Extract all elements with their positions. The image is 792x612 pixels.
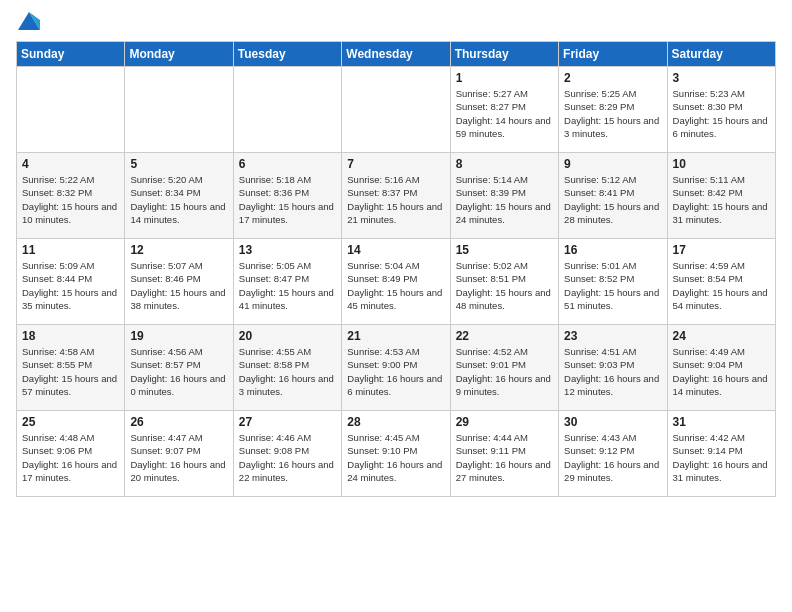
- day-cell: 30Sunrise: 4:43 AM Sunset: 9:12 PM Dayli…: [559, 411, 667, 497]
- day-info: Sunrise: 4:56 AM Sunset: 8:57 PM Dayligh…: [130, 345, 227, 398]
- header-row: SundayMondayTuesdayWednesdayThursdayFrid…: [17, 42, 776, 67]
- day-cell: [125, 67, 233, 153]
- day-number: 14: [347, 243, 444, 257]
- col-header-saturday: Saturday: [667, 42, 775, 67]
- day-cell: 26Sunrise: 4:47 AM Sunset: 9:07 PM Dayli…: [125, 411, 233, 497]
- day-cell: 31Sunrise: 4:42 AM Sunset: 9:14 PM Dayli…: [667, 411, 775, 497]
- week-row-5: 25Sunrise: 4:48 AM Sunset: 9:06 PM Dayli…: [17, 411, 776, 497]
- day-info: Sunrise: 5:12 AM Sunset: 8:41 PM Dayligh…: [564, 173, 661, 226]
- day-number: 18: [22, 329, 119, 343]
- day-cell: 10Sunrise: 5:11 AM Sunset: 8:42 PM Dayli…: [667, 153, 775, 239]
- day-number: 7: [347, 157, 444, 171]
- col-header-monday: Monday: [125, 42, 233, 67]
- day-number: 3: [673, 71, 770, 85]
- day-number: 16: [564, 243, 661, 257]
- day-info: Sunrise: 5:23 AM Sunset: 8:30 PM Dayligh…: [673, 87, 770, 140]
- day-cell: 7Sunrise: 5:16 AM Sunset: 8:37 PM Daylig…: [342, 153, 450, 239]
- day-number: 20: [239, 329, 336, 343]
- logo: [16, 12, 40, 35]
- day-info: Sunrise: 5:25 AM Sunset: 8:29 PM Dayligh…: [564, 87, 661, 140]
- day-number: 11: [22, 243, 119, 257]
- day-cell: 18Sunrise: 4:58 AM Sunset: 8:55 PM Dayli…: [17, 325, 125, 411]
- day-cell: 17Sunrise: 4:59 AM Sunset: 8:54 PM Dayli…: [667, 239, 775, 325]
- day-info: Sunrise: 5:09 AM Sunset: 8:44 PM Dayligh…: [22, 259, 119, 312]
- day-info: Sunrise: 5:07 AM Sunset: 8:46 PM Dayligh…: [130, 259, 227, 312]
- day-info: Sunrise: 5:01 AM Sunset: 8:52 PM Dayligh…: [564, 259, 661, 312]
- day-info: Sunrise: 5:14 AM Sunset: 8:39 PM Dayligh…: [456, 173, 553, 226]
- day-cell: 14Sunrise: 5:04 AM Sunset: 8:49 PM Dayli…: [342, 239, 450, 325]
- day-number: 31: [673, 415, 770, 429]
- col-header-friday: Friday: [559, 42, 667, 67]
- day-info: Sunrise: 4:42 AM Sunset: 9:14 PM Dayligh…: [673, 431, 770, 484]
- day-number: 12: [130, 243, 227, 257]
- day-cell: 4Sunrise: 5:22 AM Sunset: 8:32 PM Daylig…: [17, 153, 125, 239]
- day-cell: 1Sunrise: 5:27 AM Sunset: 8:27 PM Daylig…: [450, 67, 558, 153]
- day-info: Sunrise: 4:49 AM Sunset: 9:04 PM Dayligh…: [673, 345, 770, 398]
- day-info: Sunrise: 4:46 AM Sunset: 9:08 PM Dayligh…: [239, 431, 336, 484]
- col-header-tuesday: Tuesday: [233, 42, 341, 67]
- day-cell: 15Sunrise: 5:02 AM Sunset: 8:51 PM Dayli…: [450, 239, 558, 325]
- day-number: 1: [456, 71, 553, 85]
- week-row-1: 1Sunrise: 5:27 AM Sunset: 8:27 PM Daylig…: [17, 67, 776, 153]
- day-cell: 28Sunrise: 4:45 AM Sunset: 9:10 PM Dayli…: [342, 411, 450, 497]
- day-info: Sunrise: 5:11 AM Sunset: 8:42 PM Dayligh…: [673, 173, 770, 226]
- day-number: 17: [673, 243, 770, 257]
- page: SundayMondayTuesdayWednesdayThursdayFrid…: [0, 0, 792, 509]
- day-cell: [17, 67, 125, 153]
- day-info: Sunrise: 4:44 AM Sunset: 9:11 PM Dayligh…: [456, 431, 553, 484]
- day-info: Sunrise: 4:59 AM Sunset: 8:54 PM Dayligh…: [673, 259, 770, 312]
- day-info: Sunrise: 5:27 AM Sunset: 8:27 PM Dayligh…: [456, 87, 553, 140]
- day-cell: 25Sunrise: 4:48 AM Sunset: 9:06 PM Dayli…: [17, 411, 125, 497]
- day-cell: 21Sunrise: 4:53 AM Sunset: 9:00 PM Dayli…: [342, 325, 450, 411]
- day-number: 27: [239, 415, 336, 429]
- day-info: Sunrise: 5:05 AM Sunset: 8:47 PM Dayligh…: [239, 259, 336, 312]
- day-info: Sunrise: 4:48 AM Sunset: 9:06 PM Dayligh…: [22, 431, 119, 484]
- day-number: 10: [673, 157, 770, 171]
- day-cell: 9Sunrise: 5:12 AM Sunset: 8:41 PM Daylig…: [559, 153, 667, 239]
- day-info: Sunrise: 4:47 AM Sunset: 9:07 PM Dayligh…: [130, 431, 227, 484]
- day-info: Sunrise: 4:55 AM Sunset: 8:58 PM Dayligh…: [239, 345, 336, 398]
- day-info: Sunrise: 4:51 AM Sunset: 9:03 PM Dayligh…: [564, 345, 661, 398]
- week-row-3: 11Sunrise: 5:09 AM Sunset: 8:44 PM Dayli…: [17, 239, 776, 325]
- day-cell: 27Sunrise: 4:46 AM Sunset: 9:08 PM Dayli…: [233, 411, 341, 497]
- day-info: Sunrise: 5:18 AM Sunset: 8:36 PM Dayligh…: [239, 173, 336, 226]
- col-header-thursday: Thursday: [450, 42, 558, 67]
- day-cell: 8Sunrise: 5:14 AM Sunset: 8:39 PM Daylig…: [450, 153, 558, 239]
- day-cell: 13Sunrise: 5:05 AM Sunset: 8:47 PM Dayli…: [233, 239, 341, 325]
- day-cell: 19Sunrise: 4:56 AM Sunset: 8:57 PM Dayli…: [125, 325, 233, 411]
- day-number: 15: [456, 243, 553, 257]
- day-cell: [342, 67, 450, 153]
- day-number: 24: [673, 329, 770, 343]
- day-info: Sunrise: 4:52 AM Sunset: 9:01 PM Dayligh…: [456, 345, 553, 398]
- day-number: 4: [22, 157, 119, 171]
- day-number: 9: [564, 157, 661, 171]
- day-number: 21: [347, 329, 444, 343]
- day-cell: [233, 67, 341, 153]
- day-info: Sunrise: 5:04 AM Sunset: 8:49 PM Dayligh…: [347, 259, 444, 312]
- day-info: Sunrise: 5:22 AM Sunset: 8:32 PM Dayligh…: [22, 173, 119, 226]
- day-number: 28: [347, 415, 444, 429]
- calendar-table: SundayMondayTuesdayWednesdayThursdayFrid…: [16, 41, 776, 497]
- day-cell: 5Sunrise: 5:20 AM Sunset: 8:34 PM Daylig…: [125, 153, 233, 239]
- day-cell: 22Sunrise: 4:52 AM Sunset: 9:01 PM Dayli…: [450, 325, 558, 411]
- day-number: 6: [239, 157, 336, 171]
- day-cell: 6Sunrise: 5:18 AM Sunset: 8:36 PM Daylig…: [233, 153, 341, 239]
- logo-icon: [18, 12, 40, 30]
- day-number: 30: [564, 415, 661, 429]
- day-number: 5: [130, 157, 227, 171]
- day-info: Sunrise: 5:02 AM Sunset: 8:51 PM Dayligh…: [456, 259, 553, 312]
- header: [16, 12, 776, 35]
- day-cell: 23Sunrise: 4:51 AM Sunset: 9:03 PM Dayli…: [559, 325, 667, 411]
- day-cell: 12Sunrise: 5:07 AM Sunset: 8:46 PM Dayli…: [125, 239, 233, 325]
- day-number: 19: [130, 329, 227, 343]
- day-cell: 24Sunrise: 4:49 AM Sunset: 9:04 PM Dayli…: [667, 325, 775, 411]
- day-info: Sunrise: 4:53 AM Sunset: 9:00 PM Dayligh…: [347, 345, 444, 398]
- day-info: Sunrise: 4:58 AM Sunset: 8:55 PM Dayligh…: [22, 345, 119, 398]
- day-cell: 16Sunrise: 5:01 AM Sunset: 8:52 PM Dayli…: [559, 239, 667, 325]
- day-cell: 11Sunrise: 5:09 AM Sunset: 8:44 PM Dayli…: [17, 239, 125, 325]
- day-number: 29: [456, 415, 553, 429]
- day-number: 26: [130, 415, 227, 429]
- day-cell: 20Sunrise: 4:55 AM Sunset: 8:58 PM Dayli…: [233, 325, 341, 411]
- col-header-sunday: Sunday: [17, 42, 125, 67]
- day-number: 23: [564, 329, 661, 343]
